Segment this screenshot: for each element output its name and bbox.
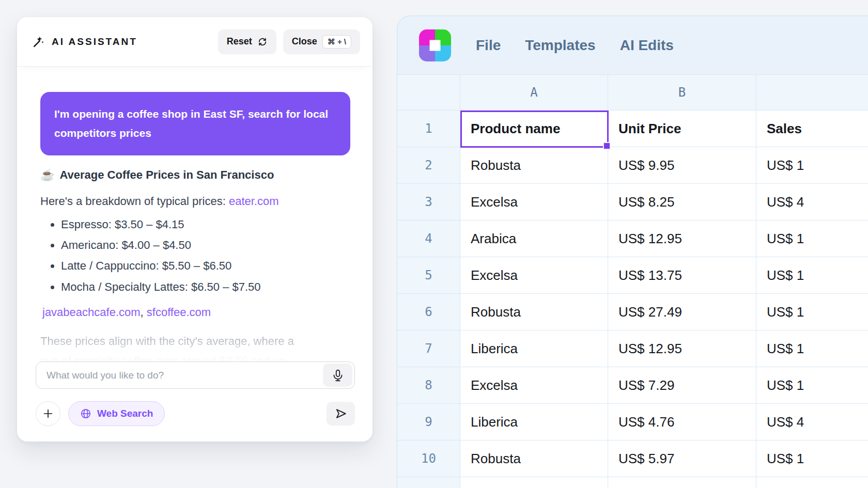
assistant-brand: AI ASSISTANT [33, 36, 137, 48]
row-number[interactable]: 4 [397, 221, 460, 257]
cell-b6[interactable]: US$ 27.49 [608, 294, 756, 330]
cell-c5[interactable]: US$ 1 [756, 257, 868, 294]
magic-wand-icon [33, 36, 45, 48]
reset-button-label: Reset [227, 36, 252, 47]
row-number[interactable]: 11 [397, 477, 460, 488]
cell-c10[interactable]: US$ 1 [756, 440, 868, 477]
chat-body: I'm opening a coffee shop in East SF, se… [17, 66, 373, 442]
row-number[interactable]: 6 [397, 294, 460, 330]
spreadsheet-window: File Templates AI Edits A B 1 Product na… [397, 15, 868, 488]
microphone-icon [331, 369, 345, 382]
cell-c1[interactable]: Sales [756, 111, 868, 147]
send-icon [334, 407, 348, 420]
logo-quadrant-pink [419, 29, 435, 45]
response-intro-text: Here's a breakdown of typical prices: [40, 195, 229, 208]
row-number[interactable]: 7 [397, 330, 460, 367]
column-header-a[interactable]: A [460, 74, 608, 111]
corner-cell[interactable] [397, 74, 460, 111]
faded-line-1: These prices align with the city's avera… [40, 332, 350, 352]
menu-ai-edits[interactable]: AI Edits [620, 37, 674, 54]
coffee-emoji-icon: ☕ [40, 168, 54, 182]
app-logo[interactable] [419, 29, 451, 61]
logo-quadrant-purple [419, 45, 435, 61]
plus-icon [42, 408, 54, 419]
assistant-title: AI ASSISTANT [52, 36, 137, 48]
column-header-b[interactable]: B [608, 74, 756, 111]
close-button[interactable]: Close ⌘ + \ [283, 29, 360, 54]
row-number[interactable]: 10 [397, 440, 460, 477]
response-heading: ☕ Average Coffee Prices in San Francisco [40, 168, 350, 182]
send-button[interactable] [327, 402, 355, 426]
link-eater[interactable]: eater.com [229, 195, 279, 208]
web-search-toggle[interactable]: Web Search [68, 401, 165, 426]
row-number[interactable]: 8 [397, 367, 460, 404]
cell-b5[interactable]: US$ 13.75 [608, 257, 756, 294]
globe-icon [80, 408, 91, 419]
logo-quadrant-green [435, 29, 451, 45]
response-heading-text: Average Coffee Prices in San Francisco [59, 168, 274, 182]
close-button-label: Close [292, 36, 317, 47]
cell-b11[interactable]: US$ 5.67 [608, 477, 756, 488]
assistant-response: ☕ Average Coffee Prices in San Francisco… [40, 168, 350, 371]
link-separator: , [141, 306, 147, 319]
fill-handle[interactable] [603, 142, 611, 150]
cell-b2[interactable]: US$ 9.95 [608, 147, 756, 184]
cell-a9[interactable]: Liberica [460, 404, 608, 440]
cell-a11[interactable]: Robusta [460, 477, 608, 488]
price-item-americano: Americano: $4.00 – $4.50 [61, 239, 350, 251]
row-number[interactable]: 2 [397, 147, 460, 184]
cell-b9[interactable]: US$ 4.76 [608, 404, 756, 440]
cell-b4[interactable]: US$ 12.95 [608, 221, 756, 257]
logo-quadrant-cyan [435, 45, 451, 61]
microphone-button[interactable] [323, 364, 352, 387]
chat-input[interactable] [36, 361, 355, 389]
price-item-latte: Latte / Cappuccino: $5.50 – $6.50 [61, 260, 350, 272]
menu-templates[interactable]: Templates [525, 37, 595, 54]
refresh-icon [257, 37, 268, 47]
cell-c7[interactable]: US$ 1 [756, 330, 868, 367]
cell-a1[interactable]: Product name [460, 111, 608, 147]
cell-b3[interactable]: US$ 8.25 [608, 184, 756, 221]
cell-a6[interactable]: Robusta [460, 294, 608, 330]
cell-b10[interactable]: US$ 5.97 [608, 440, 756, 477]
row-number[interactable]: 1 [397, 111, 460, 147]
link-sfcoffee[interactable]: sfcoffee.com [147, 306, 211, 319]
composer-actions: Web Search [36, 401, 355, 426]
spreadsheet-topbar: File Templates AI Edits [397, 16, 868, 74]
cell-c9[interactable]: US$ 4 [756, 404, 868, 440]
header-buttons: Reset Close ⌘ + \ [218, 29, 360, 54]
cell-c4[interactable]: US$ 1 [756, 221, 868, 257]
price-item-espresso: Espresso: $3.50 – $4.15 [61, 218, 350, 231]
spreadsheet-grid: A B 1 Product name Unit Price Sales 2 Ro… [397, 74, 868, 488]
cell-a7[interactable]: Liberica [460, 330, 608, 367]
cell-c3[interactable]: US$ 4 [756, 184, 868, 221]
reset-button[interactable]: Reset [218, 29, 276, 54]
web-search-label: Web Search [97, 408, 153, 419]
cell-a8[interactable]: Excelsa [460, 367, 608, 404]
cell-a5[interactable]: Excelsa [460, 257, 608, 294]
cell-c11[interactable]: US$ [756, 477, 868, 488]
close-shortcut-badge: ⌘ + \ [322, 35, 351, 49]
cell-a4[interactable]: Arabica [460, 221, 608, 257]
row-number[interactable]: 9 [397, 404, 460, 440]
cell-c6[interactable]: US$ 1 [756, 294, 868, 330]
cell-b7[interactable]: US$ 12.95 [608, 330, 756, 367]
cell-b8[interactable]: US$ 7.29 [608, 367, 756, 404]
cell-c2[interactable]: US$ 1 [756, 147, 868, 184]
menu-file[interactable]: File [476, 37, 501, 54]
column-header-c[interactable] [756, 74, 868, 111]
composer [36, 361, 355, 389]
add-attachment-button[interactable] [36, 401, 60, 426]
cell-a3[interactable]: Excelsa [460, 184, 608, 221]
row-number[interactable]: 5 [397, 257, 460, 294]
cell-b1[interactable]: Unit Price [608, 111, 756, 147]
cell-c8[interactable]: US$ 1 [756, 367, 868, 404]
cell-a2[interactable]: Robusta [460, 147, 608, 184]
price-item-mocha: Mocha / Specialty Lattes: $6.50 – $7.50 [61, 281, 350, 293]
source-links: javabeachcafe.com, sfcoffee.com [40, 306, 350, 319]
row-number[interactable]: 3 [397, 184, 460, 221]
link-javabeachcafe[interactable]: javabeachcafe.com [42, 306, 141, 319]
cell-a10[interactable]: Robusta [460, 440, 608, 477]
response-intro: Here's a breakdown of typical prices: ea… [40, 195, 350, 208]
user-message-bubble: I'm opening a coffee shop in East SF, se… [40, 92, 350, 155]
